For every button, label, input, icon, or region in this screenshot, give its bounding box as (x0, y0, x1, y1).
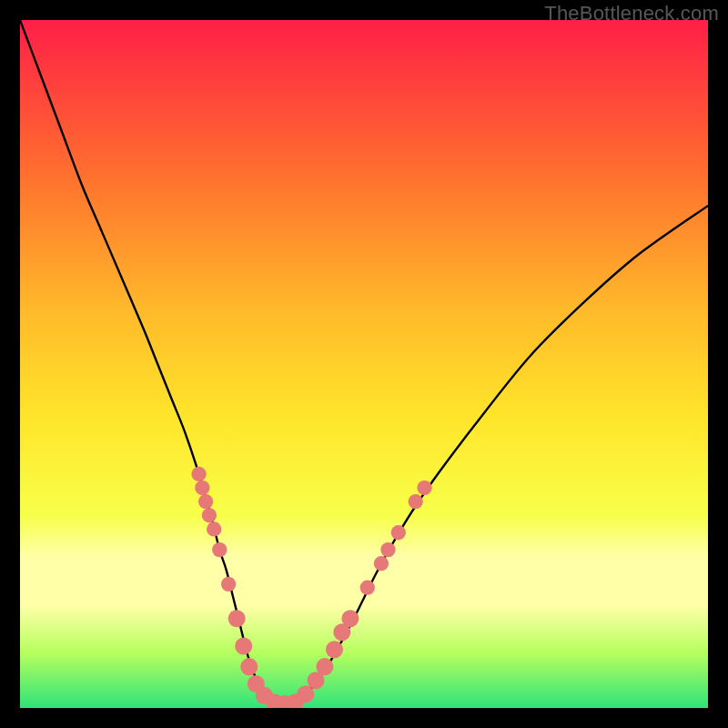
curve-marker (380, 542, 395, 557)
curve-marker (202, 508, 217, 522)
curve-marker (207, 521, 221, 536)
curve-marker (374, 556, 389, 571)
curve-marker (417, 480, 431, 495)
curve-marker (297, 685, 314, 703)
chart-svg (20, 20, 708, 708)
curve-marker (240, 658, 258, 675)
chart-plot-area (20, 20, 708, 708)
curve-marker (326, 641, 343, 658)
curve-marker (341, 610, 359, 627)
watermark-text: TheBottleneck.com (544, 2, 719, 25)
curve-marker (221, 577, 236, 592)
curve-marker (391, 525, 406, 540)
curve-marker (191, 467, 206, 481)
curve-marker (360, 581, 375, 595)
curve-marker (316, 658, 333, 675)
curve-marker (235, 637, 252, 654)
curve-marker (228, 610, 246, 627)
curve-marker (409, 494, 423, 509)
curve-marker (212, 542, 227, 557)
curve-marker (198, 494, 213, 509)
curve-marker (195, 480, 209, 495)
chart-background (20, 20, 708, 708)
chart-frame: TheBottleneck.com (0, 0, 728, 728)
